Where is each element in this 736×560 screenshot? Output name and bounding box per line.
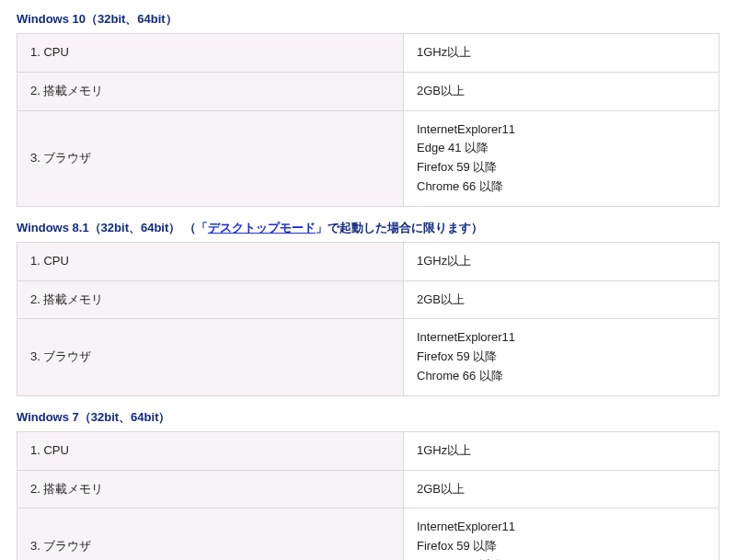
spec-section-win10: Windows 10（32bit、64bit） 1. CPU 1GHz以上 2.…	[17, 7, 719, 207]
section-heading: Windows 8.1（32bit、64bit） （「デスクトップモード」で起動…	[17, 216, 719, 242]
spec-label: 3. ブラウザ	[17, 509, 404, 560]
spec-value: InternetExplorer11 Firefox 59 以降 Chrome …	[404, 509, 719, 560]
spec-label: 2. 搭載メモリ	[17, 72, 404, 110]
spec-label: 2. 搭載メモリ	[17, 470, 404, 509]
desktop-mode-link[interactable]: デスクトップモード	[208, 221, 316, 234]
spec-value: 1GHz以上	[404, 34, 719, 73]
table-row: 1. CPU 1GHz以上	[17, 34, 719, 73]
table-row: 2. 搭載メモリ 2GB以上	[17, 280, 719, 319]
heading-text-suffix: 」で起動した場合に限ります）	[316, 221, 483, 234]
spec-value: 2GB以上	[404, 280, 719, 319]
spec-label: 3. ブラウザ	[17, 110, 404, 206]
spec-value: 2GB以上	[404, 72, 719, 110]
table-row: 3. ブラウザ InternetExplorer11 Firefox 59 以降…	[17, 319, 719, 395]
spec-label: 1. CPU	[17, 431, 404, 470]
heading-text: Windows 10（32bit、64bit）	[17, 12, 178, 26]
table-row: 3. ブラウザ InternetExplorer11 Firefox 59 以降…	[17, 509, 719, 560]
section-heading: Windows 7（32bit、64bit）	[17, 406, 719, 431]
heading-text: Windows 7（32bit、64bit）	[17, 410, 170, 424]
spec-table: 1. CPU 1GHz以上 2. 搭載メモリ 2GB以上 3. ブラウザ Int…	[17, 242, 719, 396]
spec-label: 3. ブラウザ	[17, 319, 404, 395]
spec-value: 1GHz以上	[404, 431, 719, 470]
spec-label: 1. CPU	[17, 34, 404, 73]
table-row: 1. CPU 1GHz以上	[17, 242, 719, 280]
spec-label: 1. CPU	[17, 242, 404, 280]
section-heading: Windows 10（32bit、64bit）	[17, 7, 719, 33]
table-row: 1. CPU 1GHz以上	[17, 431, 719, 470]
spec-label: 2. 搭載メモリ	[17, 280, 404, 319]
spec-value: InternetExplorer11 Edge 41 以降 Firefox 59…	[404, 110, 719, 206]
spec-table: 1. CPU 1GHz以上 2. 搭載メモリ 2GB以上 3. ブラウザ Int…	[17, 431, 719, 560]
table-row: 2. 搭載メモリ 2GB以上	[17, 470, 719, 509]
spec-table: 1. CPU 1GHz以上 2. 搭載メモリ 2GB以上 3. ブラウザ Int…	[17, 33, 719, 207]
heading-text-prefix: Windows 8.1（32bit、64bit） （「	[17, 221, 208, 234]
spec-section-win7: Windows 7（32bit、64bit） 1. CPU 1GHz以上 2. …	[17, 406, 719, 560]
spec-value: 1GHz以上	[404, 242, 719, 280]
spec-section-win81: Windows 8.1（32bit、64bit） （「デスクトップモード」で起動…	[17, 216, 719, 396]
table-row: 2. 搭載メモリ 2GB以上	[17, 72, 719, 110]
spec-value: 2GB以上	[404, 470, 719, 509]
table-row: 3. ブラウザ InternetExplorer11 Edge 41 以降 Fi…	[17, 110, 719, 206]
spec-value: InternetExplorer11 Firefox 59 以降 Chrome …	[404, 319, 719, 395]
